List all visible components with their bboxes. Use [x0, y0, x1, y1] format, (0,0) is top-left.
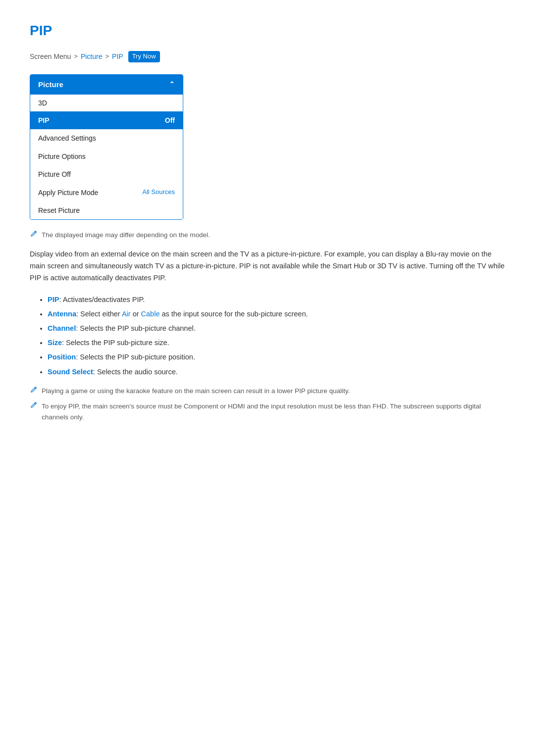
- term-sound-select-suffix: : Selects the audio source.: [93, 368, 178, 376]
- try-now-button[interactable]: Try Now: [128, 51, 160, 62]
- chevron-up-icon: ⌃: [169, 79, 175, 90]
- menu-item-picture-off[interactable]: Picture Off: [30, 165, 183, 183]
- menu-item-reset-picture[interactable]: Reset Picture: [30, 202, 183, 219]
- term-position-suffix: : Selects the PIP sub-picture position.: [76, 353, 195, 361]
- menu-item-reset-picture-label: Reset Picture: [38, 205, 80, 216]
- menu-item-advanced-settings[interactable]: Advanced Settings: [30, 129, 183, 147]
- list-item-pip: PIP: Activates/deactivates PIP.: [48, 294, 505, 305]
- term-pip: PIP: [48, 296, 59, 303]
- menu-item-apply-picture-mode-value: All Sources: [142, 187, 175, 198]
- menu-item-picture-options-label: Picture Options: [38, 151, 86, 162]
- menu-item-pip-value: Off: [165, 115, 175, 126]
- page-title: PIP: [30, 20, 505, 42]
- term-antenna: Antenna: [48, 310, 76, 318]
- menu-header-label: Picture: [38, 79, 63, 91]
- pencil-icon-2: [30, 386, 38, 394]
- menu-item-picture-off-label: Picture Off: [38, 169, 71, 180]
- description: Display video from an external device on…: [30, 249, 505, 284]
- note1-text: The displayed image may differ depending…: [42, 230, 210, 241]
- term-cable: Cable: [141, 310, 160, 318]
- term-or: or: [131, 310, 141, 318]
- menu-item-3d[interactable]: 3D: [30, 95, 183, 111]
- sep2: >: [105, 51, 109, 62]
- list-item-position: Position: Selects the PIP sub-picture po…: [48, 352, 505, 363]
- menu-box: Picture ⌃ 3D PIP Off Advanced Settings P…: [30, 74, 183, 220]
- term-antenna-suffix: as the input source for the sub-picture …: [160, 310, 308, 318]
- menu-header: Picture ⌃: [30, 75, 183, 95]
- menu-item-3d-label: 3D: [38, 98, 47, 108]
- note-hdmi: To enjoy PIP, the main screen's source m…: [30, 401, 505, 422]
- note-model-diff: The displayed image may differ depending…: [30, 230, 505, 241]
- list-item-sound-select: Sound Select: Selects the audio source.: [48, 366, 505, 378]
- menu-item-picture-options[interactable]: Picture Options: [30, 148, 183, 165]
- menu-item-pip-label: PIP: [38, 115, 50, 126]
- note2-text: Playing a game or using the karaoke feat…: [42, 386, 505, 397]
- list-item-channel: Channel: Selects the PIP sub-picture cha…: [48, 323, 505, 334]
- term-air: Air: [122, 310, 131, 318]
- pencil-icon-1: [30, 230, 38, 238]
- list-item-size: Size: Selects the PIP sub-picture size.: [48, 337, 505, 349]
- term-position: Position: [48, 353, 76, 361]
- breadcrumb: Screen Menu > Picture > PIP Try Now: [30, 51, 505, 62]
- menu-item-advanced-settings-label: Advanced Settings: [38, 133, 96, 144]
- bullet-list: PIP: Activates/deactivates PIP. Antenna:…: [30, 294, 505, 378]
- term-channel: Channel: [48, 324, 76, 332]
- menu-item-apply-picture-mode-label: Apply Picture Mode: [38, 187, 98, 198]
- breadcrumb-picture[interactable]: Picture: [81, 51, 103, 62]
- term-sound-select: Sound Select: [48, 368, 93, 376]
- list-item-antenna: Antenna: Select either Air or Cable as t…: [48, 308, 505, 320]
- pencil-icon-3: [30, 401, 38, 409]
- term-antenna-prefix: : Select either: [76, 310, 122, 318]
- menu-item-apply-picture-mode[interactable]: Apply Picture Mode All Sources: [30, 184, 183, 202]
- breadcrumb-screen-menu: Screen Menu: [30, 51, 71, 62]
- note-karaoke: Playing a game or using the karaoke feat…: [30, 386, 505, 397]
- sep1: >: [74, 51, 78, 62]
- breadcrumb-pip[interactable]: PIP: [112, 51, 123, 62]
- term-size-suffix: : Selects the PIP sub-picture size.: [62, 339, 169, 347]
- term-size: Size: [48, 339, 62, 347]
- note3-text: To enjoy PIP, the main screen's source m…: [42, 401, 505, 422]
- term-channel-suffix: : Selects the PIP sub-picture channel.: [76, 324, 196, 332]
- menu-item-pip[interactable]: PIP Off: [30, 111, 183, 129]
- term-pip-suffix: : Activates/deactivates PIP.: [59, 296, 145, 303]
